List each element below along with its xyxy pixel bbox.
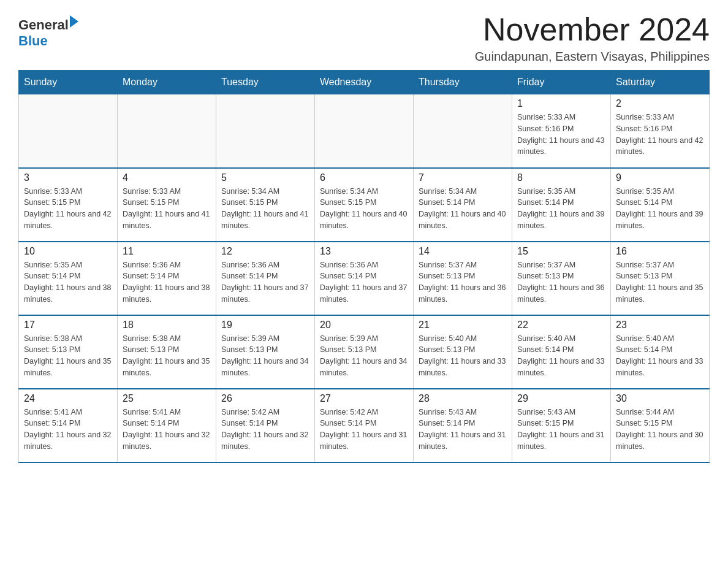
day-info: Sunrise: 5:33 AMSunset: 5:16 PMDaylight:… xyxy=(616,112,704,158)
col-saturday: Saturday xyxy=(611,71,710,94)
calendar-cell: 18 Sunrise: 5:38 AMSunset: 5:13 PMDaylig… xyxy=(118,315,216,389)
calendar-week-2: 3 Sunrise: 5:33 AMSunset: 5:15 PMDayligh… xyxy=(19,168,710,242)
calendar-cell xyxy=(216,94,315,168)
col-tuesday: Tuesday xyxy=(216,71,315,94)
day-info: Sunrise: 5:34 AMSunset: 5:14 PMDaylight:… xyxy=(419,186,507,232)
calendar-cell: 17 Sunrise: 5:38 AMSunset: 5:13 PMDaylig… xyxy=(19,315,118,389)
day-number: 19 xyxy=(221,320,309,331)
day-info: Sunrise: 5:33 AMSunset: 5:16 PMDaylight:… xyxy=(517,112,605,158)
day-number: 27 xyxy=(320,393,408,404)
day-number: 26 xyxy=(221,393,309,404)
day-info: Sunrise: 5:39 AMSunset: 5:13 PMDaylight:… xyxy=(221,333,309,379)
day-number: 9 xyxy=(616,172,704,183)
col-monday: Monday xyxy=(118,71,216,94)
calendar-cell xyxy=(19,94,118,168)
day-number: 22 xyxy=(517,320,605,331)
day-number: 2 xyxy=(616,98,704,109)
day-number: 25 xyxy=(123,393,211,404)
day-number: 5 xyxy=(221,172,309,183)
calendar-table: Sunday Monday Tuesday Wednesday Thursday… xyxy=(18,70,710,463)
day-number: 11 xyxy=(123,246,211,257)
calendar-cell: 6 Sunrise: 5:34 AMSunset: 5:15 PMDayligh… xyxy=(315,168,414,242)
day-number: 20 xyxy=(320,320,408,331)
calendar-cell: 27 Sunrise: 5:42 AMSunset: 5:14 PMDaylig… xyxy=(315,389,414,462)
location-subtitle: Guindapunan, Eastern Visayas, Philippine… xyxy=(475,50,710,64)
day-info: Sunrise: 5:42 AMSunset: 5:14 PMDaylight:… xyxy=(320,407,408,453)
day-number: 30 xyxy=(616,393,704,404)
logo-general: General xyxy=(18,17,69,33)
day-info: Sunrise: 5:34 AMSunset: 5:15 PMDaylight:… xyxy=(221,186,309,232)
day-number: 14 xyxy=(419,246,507,257)
day-info: Sunrise: 5:39 AMSunset: 5:13 PMDaylight:… xyxy=(320,333,408,379)
logo: General Blue xyxy=(18,17,78,49)
month-title: November 2024 xyxy=(475,12,710,47)
day-info: Sunrise: 5:37 AMSunset: 5:13 PMDaylight:… xyxy=(517,259,605,305)
calendar-week-4: 17 Sunrise: 5:38 AMSunset: 5:13 PMDaylig… xyxy=(19,315,710,389)
day-info: Sunrise: 5:34 AMSunset: 5:15 PMDaylight:… xyxy=(320,186,408,232)
day-info: Sunrise: 5:42 AMSunset: 5:14 PMDaylight:… xyxy=(221,407,309,453)
day-number: 18 xyxy=(123,320,211,331)
day-number: 21 xyxy=(419,320,507,331)
day-info: Sunrise: 5:37 AMSunset: 5:13 PMDaylight:… xyxy=(419,259,507,305)
day-number: 12 xyxy=(221,246,309,257)
calendar-cell: 8 Sunrise: 5:35 AMSunset: 5:14 PMDayligh… xyxy=(512,168,611,242)
calendar-cell: 15 Sunrise: 5:37 AMSunset: 5:13 PMDaylig… xyxy=(512,242,611,315)
col-friday: Friday xyxy=(512,71,611,94)
day-number: 15 xyxy=(517,246,605,257)
day-info: Sunrise: 5:33 AMSunset: 5:15 PMDaylight:… xyxy=(123,186,211,232)
day-info: Sunrise: 5:36 AMSunset: 5:14 PMDaylight:… xyxy=(221,259,309,305)
calendar-cell: 20 Sunrise: 5:39 AMSunset: 5:13 PMDaylig… xyxy=(315,315,414,389)
col-thursday: Thursday xyxy=(414,71,512,94)
calendar-cell: 4 Sunrise: 5:33 AMSunset: 5:15 PMDayligh… xyxy=(118,168,216,242)
calendar-header: Sunday Monday Tuesday Wednesday Thursday… xyxy=(19,71,710,94)
calendar-body: 1 Sunrise: 5:33 AMSunset: 5:16 PMDayligh… xyxy=(19,94,710,462)
title-block: November 2024 Guindapunan, Eastern Visay… xyxy=(475,12,710,64)
calendar-week-1: 1 Sunrise: 5:33 AMSunset: 5:16 PMDayligh… xyxy=(19,94,710,168)
day-number: 6 xyxy=(320,172,408,183)
day-number: 8 xyxy=(517,172,605,183)
day-info: Sunrise: 5:40 AMSunset: 5:14 PMDaylight:… xyxy=(517,333,605,379)
day-info: Sunrise: 5:38 AMSunset: 5:13 PMDaylight:… xyxy=(123,333,211,379)
calendar-cell: 9 Sunrise: 5:35 AMSunset: 5:14 PMDayligh… xyxy=(611,168,710,242)
calendar-cell: 13 Sunrise: 5:36 AMSunset: 5:14 PMDaylig… xyxy=(315,242,414,315)
day-info: Sunrise: 5:43 AMSunset: 5:14 PMDaylight:… xyxy=(419,407,507,453)
calendar-cell: 28 Sunrise: 5:43 AMSunset: 5:14 PMDaylig… xyxy=(414,389,512,462)
logo-triangle-icon xyxy=(70,15,78,28)
day-number: 29 xyxy=(517,393,605,404)
calendar-cell: 23 Sunrise: 5:40 AMSunset: 5:14 PMDaylig… xyxy=(611,315,710,389)
calendar-cell: 2 Sunrise: 5:33 AMSunset: 5:16 PMDayligh… xyxy=(611,94,710,168)
calendar-cell: 7 Sunrise: 5:34 AMSunset: 5:14 PMDayligh… xyxy=(414,168,512,242)
day-info: Sunrise: 5:43 AMSunset: 5:15 PMDaylight:… xyxy=(517,407,605,453)
day-info: Sunrise: 5:38 AMSunset: 5:13 PMDaylight:… xyxy=(24,333,112,379)
calendar-cell: 25 Sunrise: 5:41 AMSunset: 5:14 PMDaylig… xyxy=(118,389,216,462)
day-info: Sunrise: 5:44 AMSunset: 5:15 PMDaylight:… xyxy=(616,407,704,453)
calendar-cell: 26 Sunrise: 5:42 AMSunset: 5:14 PMDaylig… xyxy=(216,389,315,462)
calendar-cell: 14 Sunrise: 5:37 AMSunset: 5:13 PMDaylig… xyxy=(414,242,512,315)
day-info: Sunrise: 5:36 AMSunset: 5:14 PMDaylight:… xyxy=(320,259,408,305)
day-info: Sunrise: 5:41 AMSunset: 5:14 PMDaylight:… xyxy=(123,407,211,453)
calendar-cell: 11 Sunrise: 5:36 AMSunset: 5:14 PMDaylig… xyxy=(118,242,216,315)
calendar-cell xyxy=(118,94,216,168)
calendar-cell: 10 Sunrise: 5:35 AMSunset: 5:14 PMDaylig… xyxy=(19,242,118,315)
day-info: Sunrise: 5:40 AMSunset: 5:13 PMDaylight:… xyxy=(419,333,507,379)
day-info: Sunrise: 5:41 AMSunset: 5:14 PMDaylight:… xyxy=(24,407,112,453)
header-row: Sunday Monday Tuesday Wednesday Thursday… xyxy=(19,71,710,94)
logo-text-block: General Blue xyxy=(18,17,78,49)
calendar-cell: 3 Sunrise: 5:33 AMSunset: 5:15 PMDayligh… xyxy=(19,168,118,242)
day-number: 13 xyxy=(320,246,408,257)
day-number: 17 xyxy=(24,320,112,331)
day-info: Sunrise: 5:37 AMSunset: 5:13 PMDaylight:… xyxy=(616,259,704,305)
day-info: Sunrise: 5:36 AMSunset: 5:14 PMDaylight:… xyxy=(123,259,211,305)
calendar-cell: 24 Sunrise: 5:41 AMSunset: 5:14 PMDaylig… xyxy=(19,389,118,462)
day-info: Sunrise: 5:40 AMSunset: 5:14 PMDaylight:… xyxy=(616,333,704,379)
calendar-cell: 5 Sunrise: 5:34 AMSunset: 5:15 PMDayligh… xyxy=(216,168,315,242)
calendar-cell: 12 Sunrise: 5:36 AMSunset: 5:14 PMDaylig… xyxy=(216,242,315,315)
page-header: General Blue November 2024 Guindapunan, … xyxy=(18,12,710,64)
calendar-cell: 21 Sunrise: 5:40 AMSunset: 5:13 PMDaylig… xyxy=(414,315,512,389)
calendar-cell xyxy=(315,94,414,168)
day-info: Sunrise: 5:35 AMSunset: 5:14 PMDaylight:… xyxy=(616,186,704,232)
calendar-week-3: 10 Sunrise: 5:35 AMSunset: 5:14 PMDaylig… xyxy=(19,242,710,315)
day-number: 7 xyxy=(419,172,507,183)
calendar-cell: 1 Sunrise: 5:33 AMSunset: 5:16 PMDayligh… xyxy=(512,94,611,168)
day-info: Sunrise: 5:35 AMSunset: 5:14 PMDaylight:… xyxy=(24,259,112,305)
